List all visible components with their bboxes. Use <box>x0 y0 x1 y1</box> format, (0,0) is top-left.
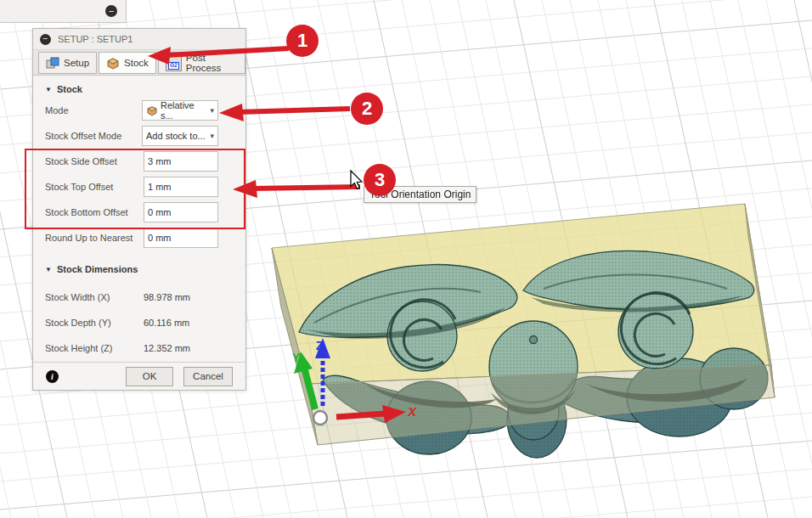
info-icon[interactable]: i <box>46 370 59 383</box>
round-up-input[interactable] <box>144 228 218 248</box>
stock-width-value: 98.978 mm <box>144 292 190 302</box>
round-up-label: Round Up to Nearest <box>45 233 133 243</box>
section-header-stock[interactable]: ▼ Stock <box>33 81 245 98</box>
chevron-down-icon: ▾ <box>210 106 214 115</box>
x-axis-label: X <box>407 404 417 419</box>
stock-offset-mode-label: Stock Offset Mode <box>45 131 121 141</box>
dialog-header: − SETUP : SETUP1 <box>33 29 245 50</box>
stock-height-value: 12.352 mm <box>144 343 190 353</box>
stock-offset-mode-dropdown[interactable]: Add stock to... ▾ <box>142 126 218 146</box>
stock-depth-label: Stock Depth (Y) <box>45 318 144 328</box>
origin-point <box>313 411 327 425</box>
tab-stock-label: Stock <box>124 58 149 68</box>
collapse-triangle-icon: ▼ <box>45 266 52 273</box>
chevron-down-icon: ▾ <box>210 132 214 140</box>
application-window: Z Y X − − SETUP : SETUP1 Setup <box>0 0 812 518</box>
mode-dropdown[interactable]: Relative s... ▾ <box>142 100 218 121</box>
post-process-icon: G2 <box>166 55 182 71</box>
mode-label: Mode <box>45 105 69 115</box>
setup-cubes-icon <box>46 57 59 70</box>
stock-cube-icon <box>106 57 120 70</box>
collapsed-panel: − <box>0 0 127 23</box>
section-header-stock-dimensions[interactable]: ▼ Stock Dimensions <box>33 261 245 278</box>
minimize-icon[interactable]: − <box>105 5 117 17</box>
cancel-button[interactable]: Cancel <box>183 367 233 386</box>
tab-setup-label: Setup <box>64 58 89 68</box>
stock-height-label: Stock Height (Z) <box>45 343 144 353</box>
row-stock-height: Stock Height (Z) 12.352 mm <box>33 335 245 361</box>
z-axis-label: Z <box>316 339 324 352</box>
collapse-triangle-icon: ▼ <box>45 86 52 93</box>
annotation-highlight-box <box>25 149 245 229</box>
stock-depth-value: 60.116 mm <box>144 318 189 328</box>
annotation-step-1: 1 <box>286 25 319 57</box>
row-stock-depth: Stock Depth (Y) 60.116 mm <box>33 310 245 335</box>
dialog-footer: i OK Cancel <box>33 362 245 390</box>
dialog-tabstrip: Setup Stock G2 Post Process <box>33 50 245 76</box>
dialog-title: SETUP : SETUP1 <box>58 34 133 44</box>
tab-post-process-label: Post Process <box>186 53 238 73</box>
tab-stock[interactable]: Stock <box>99 52 156 74</box>
stock-width-label: Stock Width (X) <box>45 292 144 302</box>
annotation-step-3: 3 <box>364 164 396 196</box>
tab-post-process[interactable]: G2 Post Process <box>158 52 245 74</box>
row-stock-width: Stock Width (X) 98.978 mm <box>33 284 245 310</box>
row-stock-offset-mode: Stock Offset Mode Add stock to... ▾ <box>33 123 245 149</box>
row-mode: Mode Relative s... ▾ <box>33 98 245 123</box>
annotation-step-2: 2 <box>351 93 383 125</box>
collapse-dialog-icon[interactable]: − <box>40 34 51 45</box>
y-axis-label: Y <box>292 351 301 364</box>
tab-setup[interactable]: Setup <box>38 52 97 74</box>
relative-box-icon <box>146 105 158 116</box>
ok-button[interactable]: OK <box>126 367 173 386</box>
